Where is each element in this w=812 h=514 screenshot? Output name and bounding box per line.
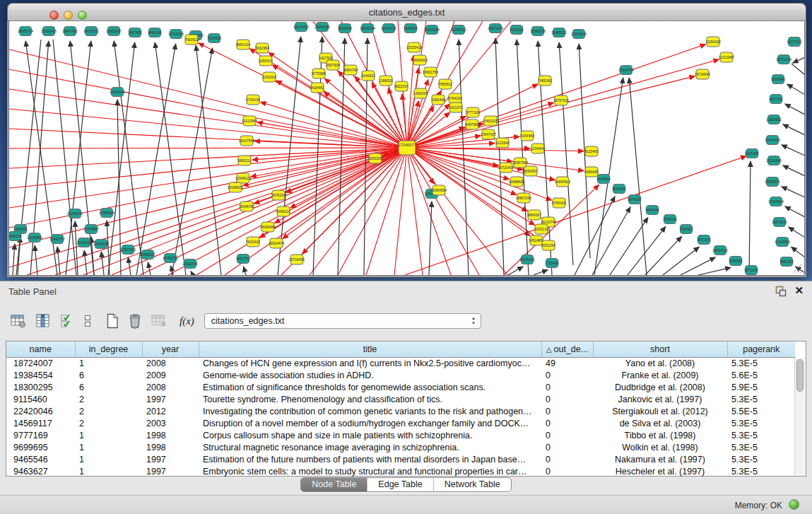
network-edge[interactable] bbox=[9, 109, 407, 148]
network-node[interactable]: 6466160 bbox=[148, 28, 162, 37]
network-node[interactable]: 12444143 bbox=[765, 136, 780, 145]
new-document-icon[interactable] bbox=[105, 311, 119, 331]
network-node[interactable]: 7955812 bbox=[438, 79, 452, 89]
network-node[interactable]: 9871205 bbox=[744, 266, 758, 275]
network-edge[interactable] bbox=[148, 262, 151, 275]
network-node[interactable]: 9893211 bbox=[237, 156, 251, 165]
column-header-short[interactable]: short bbox=[593, 341, 727, 357]
network-node[interactable]: 18640910 bbox=[412, 55, 428, 65]
table-row[interactable]: 977716911998Corpus callosum shape and si… bbox=[6, 429, 795, 441]
table-row[interactable]: 946554611997Estimation of the future num… bbox=[6, 453, 795, 465]
table-row[interactable]: 969969511998Structural magnetic resonanc… bbox=[6, 441, 795, 453]
network-edge[interactable] bbox=[789, 227, 805, 238]
network-node[interactable]: 16782753 bbox=[163, 254, 178, 263]
network-edge[interactable] bbox=[35, 245, 37, 275]
network-node[interactable]: 13325419 bbox=[406, 42, 422, 52]
function-builder-icon[interactable]: f(x) bbox=[180, 315, 194, 327]
network-node[interactable]: 17240077 bbox=[398, 141, 417, 155]
network-node[interactable]: 18107554 bbox=[239, 136, 254, 146]
network-node[interactable]: 12103454 bbox=[775, 238, 790, 247]
network-node[interactable]: 7625402 bbox=[246, 237, 260, 247]
network-node[interactable]: 8939159 bbox=[9, 232, 22, 241]
network-node[interactable]: 2718126 bbox=[246, 95, 260, 105]
network-node[interactable]: 16046780 bbox=[239, 201, 254, 211]
network-node[interactable]: 11175312 bbox=[787, 37, 802, 47]
network-edge[interactable] bbox=[792, 247, 805, 257]
network-node[interactable]: 10719185 bbox=[168, 30, 184, 39]
network-node[interactable]: 14075731 bbox=[83, 27, 99, 36]
network-node[interactable]: 1527602 bbox=[128, 28, 142, 37]
network-node[interactable]: 9884067 bbox=[527, 210, 541, 220]
network-node[interactable]: 18130452 bbox=[293, 23, 309, 32]
network-node[interactable]: 12923446 bbox=[182, 259, 198, 269]
float-panel-icon[interactable] bbox=[775, 286, 787, 297]
network-node[interactable]: 19384554 bbox=[431, 185, 447, 195]
network-node[interactable]: 8822037 bbox=[394, 81, 408, 91]
tab-node-table[interactable]: Node Table bbox=[301, 478, 367, 491]
table-scrollbar-thumb[interactable] bbox=[796, 359, 804, 392]
network-node[interactable]: 6794028 bbox=[448, 93, 462, 103]
network-node[interactable]: 1362615 bbox=[413, 88, 428, 98]
rows-icon[interactable] bbox=[83, 311, 93, 331]
network-node[interactable]: 6938923 bbox=[612, 185, 626, 194]
network-edge[interactable] bbox=[782, 145, 805, 156]
column-header-pagerank[interactable]: pagerank bbox=[727, 341, 795, 357]
network-node[interactable]: 1654331 bbox=[259, 56, 273, 66]
table-scrollbar[interactable] bbox=[794, 358, 805, 475]
network-node[interactable]: 9227342 bbox=[769, 95, 783, 104]
memory-ok-icon[interactable] bbox=[789, 499, 799, 510]
citation-network-graph[interactable]: 2405572430691406198474311407573110653287… bbox=[9, 21, 805, 275]
network-node[interactable]: 17016504 bbox=[768, 197, 784, 206]
table-row[interactable]: 911546021997Tourette syndrome. Phenomeno… bbox=[6, 393, 795, 405]
network-edge[interactable] bbox=[140, 148, 407, 275]
network-node[interactable]: 18300295 bbox=[367, 153, 383, 163]
network-edge[interactable] bbox=[645, 236, 682, 275]
network-node[interactable]: 16251254 bbox=[424, 25, 440, 35]
column-header-outde[interactable]: △out_de... bbox=[541, 341, 593, 357]
network-node[interactable]: 6879197 bbox=[628, 195, 642, 204]
network-node[interactable]: 9699695 bbox=[584, 167, 599, 177]
network-edge[interactable] bbox=[698, 267, 731, 275]
network-node[interactable]: 10653287 bbox=[106, 27, 122, 36]
network-node[interactable]: 9756928 bbox=[552, 198, 566, 208]
network-node[interactable]: 1640954 bbox=[596, 175, 611, 184]
network-node[interactable]: 13942757 bbox=[49, 235, 65, 244]
network-node[interactable]: 8471676 bbox=[697, 235, 711, 245]
network-node[interactable]: 1733426 bbox=[545, 259, 559, 268]
network-edge[interactable] bbox=[338, 38, 345, 275]
network-node[interactable]: 19734943 bbox=[695, 69, 710, 79]
network-edge[interactable] bbox=[9, 129, 407, 148]
network-node[interactable]: 20206576 bbox=[67, 209, 83, 218]
network-node[interactable]: 7462015 bbox=[483, 116, 498, 126]
network-edge[interactable] bbox=[407, 148, 423, 275]
network-view-window[interactable]: citations_edges.txt 24055724306914061984… bbox=[7, 3, 806, 277]
network-node[interactable]: 5878334 bbox=[271, 190, 286, 200]
network-node[interactable]: 13592971 bbox=[765, 177, 780, 187]
table-row[interactable]: 1938455462009Genome-wide association stu… bbox=[6, 369, 795, 381]
network-node[interactable]: 9252254 bbox=[541, 240, 555, 250]
network-node[interactable]: 16654923 bbox=[555, 177, 570, 187]
network-edge[interactable] bbox=[785, 206, 805, 217]
network-node[interactable]: 15716465 bbox=[289, 255, 305, 264]
network-edge[interactable] bbox=[559, 42, 573, 265]
network-node[interactable]: 16873104 bbox=[488, 24, 503, 33]
network-node[interactable]: 16961758 bbox=[423, 67, 438, 77]
network-node[interactable]: 15643104 bbox=[360, 24, 375, 33]
network-node[interactable]: 11045312 bbox=[451, 25, 466, 35]
network-node[interactable]: 10654112 bbox=[712, 246, 728, 255]
network-node[interactable]: 11451194 bbox=[76, 238, 92, 247]
network-node[interactable]: 8096957 bbox=[524, 166, 538, 176]
network-node[interactable]: 1615132 bbox=[534, 224, 548, 234]
network-edge[interactable] bbox=[495, 38, 504, 275]
network-node[interactable]: 24055724 bbox=[18, 27, 33, 36]
network-node[interactable]: 8454749 bbox=[343, 65, 358, 75]
network-node[interactable]: 7515526 bbox=[207, 34, 221, 43]
network-node[interactable]: 9115460 bbox=[584, 146, 598, 156]
network-node[interactable]: 17957253 bbox=[120, 245, 136, 255]
network-node[interactable]: 6497568 bbox=[465, 119, 479, 129]
network-node[interactable]: 5498222 bbox=[276, 206, 290, 216]
network-node[interactable]: 15720407 bbox=[498, 163, 514, 173]
network-node[interactable]: 18109725 bbox=[381, 24, 396, 33]
network-node[interactable]: 7632621 bbox=[679, 225, 693, 234]
network-node[interactable]: 12154308 bbox=[571, 30, 587, 39]
